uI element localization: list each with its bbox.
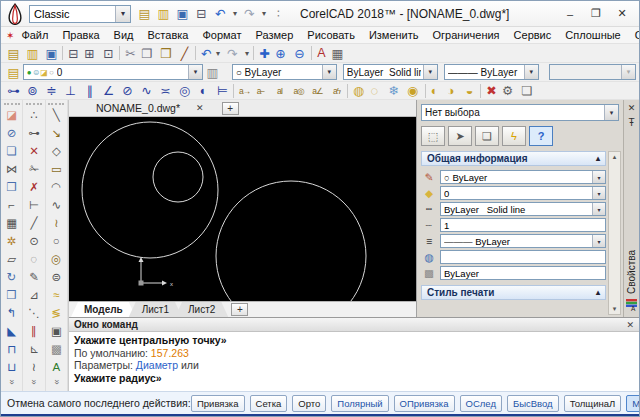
layer-select[interactable]: 0 ▾ (440, 186, 606, 200)
constraint-settings-icon[interactable]: a◎ (289, 82, 308, 100)
print-setup-icon[interactable]: ⊞ (80, 44, 99, 62)
menu-item[interactable]: Формат (195, 27, 248, 43)
concentric-constraint-icon[interactable]: ◎ (175, 82, 194, 100)
undo-icon[interactable]: ↶ (211, 5, 230, 23)
layers-manager-icon[interactable]: ▤ (4, 63, 23, 81)
menu-item[interactable]: Размер (248, 27, 300, 43)
layer-delete-icon[interactable]: ✖ (479, 82, 498, 100)
close-button[interactable]: ✕ (609, 4, 635, 24)
copy-entity-tool[interactable]: ❐ (1, 178, 22, 196)
copy-to-layer-icon[interactable]: ❏ (517, 82, 536, 100)
save-icon[interactable]: ▣ (42, 44, 61, 62)
palette-expand-icon[interactable]: » (29, 379, 39, 384)
divide-tool[interactable]: ≀ (23, 358, 44, 376)
equal-constraint-icon[interactable]: ⊨ (213, 82, 232, 100)
stretch-tool[interactable]: ❒ (1, 286, 22, 304)
hyperlink-input[interactable]: ▾ (440, 250, 606, 264)
new-drawing-icon[interactable]: ▤ (135, 5, 154, 23)
extend-tool[interactable]: ⊢ (23, 196, 44, 214)
layer-unisolate-icon[interactable]: ◑ (441, 82, 460, 100)
status-toggle[interactable]: Сетка (250, 395, 288, 412)
dropdown-arrow-icon[interactable]: ▾ (524, 65, 538, 79)
tab-noname0[interactable]: NONAME_0.dwg* ✕ (69, 100, 212, 116)
fillet-tool[interactable]: ↰ (1, 304, 22, 322)
ellipse-tool[interactable]: ⊜ (46, 268, 67, 286)
scale-tool[interactable]: ▱ (1, 250, 22, 268)
copy-icon[interactable]: ❐ (137, 44, 156, 62)
transparency-input[interactable]: ByLayer ▾ (440, 266, 606, 280)
layer-select[interactable]: ●⊜◪○ 0 ▾ (23, 64, 203, 80)
line-tool[interactable]: ╲ (46, 106, 67, 124)
menu-item[interactable]: Окно (628, 27, 640, 43)
split-tool[interactable]: ✕ (23, 142, 44, 160)
move-tool[interactable]: ❏ (1, 142, 22, 160)
dropdown-arrow-icon[interactable]: ▾ (592, 235, 605, 247)
layer-settings-icon[interactable]: ⚙ (498, 82, 517, 100)
power-trim-tool[interactable]: ✗ (23, 178, 44, 196)
dropdown-arrow-icon[interactable]: ▾ (188, 65, 202, 79)
fix-constraint-icon[interactable]: ⊶ (4, 82, 23, 100)
perpendicular-constraint-icon[interactable]: ⊥ (61, 82, 80, 100)
lineweight-select[interactable]: ——— ByLayer ▾ (444, 64, 539, 80)
menu-item[interactable]: Ограничения (426, 27, 507, 43)
new-icon[interactable]: ▤ (4, 44, 23, 62)
wave-tool[interactable]: ≈ (46, 286, 67, 304)
menu-item[interactable]: Рисовать (300, 27, 362, 43)
line-color-select[interactable]: ○ ByLayer ▾ (232, 64, 337, 80)
palette-expand-icon[interactable]: » (7, 379, 17, 384)
status-toggle[interactable]: Полярный (331, 395, 388, 412)
midpoint-constraint-icon[interactable]: ≑ (42, 82, 61, 100)
cut-icon[interactable]: ✂ (118, 44, 137, 62)
polygon-tool[interactable]: ◇ (46, 142, 67, 160)
mirror-tool[interactable]: ⋈ (1, 160, 22, 178)
pan-icon[interactable]: ✚ (252, 44, 271, 62)
zigzag-tool[interactable]: ≶ (46, 304, 67, 322)
lineweight-select[interactable]: ——— ByLayer ▾ (440, 234, 606, 248)
note-tool[interactable]: ⊿ (23, 286, 44, 304)
arc-tool[interactable]: ◠ (46, 178, 67, 196)
hatch-tool[interactable]: ▩ (46, 340, 67, 358)
scroll-down-icon[interactable]: ▾ (613, 304, 617, 314)
menu-item[interactable]: Правка (55, 27, 106, 43)
tangent-constraint-icon[interactable]: ⊘ (118, 82, 137, 100)
toolbar-options-icon[interactable]: ∶ (269, 5, 288, 23)
sheet-tab[interactable]: Лист2 (175, 302, 228, 317)
linestyle-scale-input[interactable]: 1 ▾ (440, 218, 606, 232)
arc-slot-tool[interactable]: ⊔ (1, 358, 22, 376)
angle-tool[interactable]: ⊾ (23, 340, 44, 358)
command-history[interactable]: Укажите центральную точку» По умолчанию:… (69, 332, 639, 391)
redo-icon[interactable]: ↷ (223, 44, 242, 62)
parallel-line-tool[interactable]: ∥ (23, 322, 44, 340)
point-offset-tool[interactable]: ⊶ (23, 124, 44, 142)
section-general-info[interactable]: Общая информация ▴ (421, 151, 606, 166)
trim-tool[interactable]: ✁ (23, 160, 44, 178)
offset-tool[interactable]: ⌐ (1, 196, 22, 214)
menu-item[interactable]: Сплошные (558, 27, 627, 43)
select-window-button[interactable]: ❏ (475, 126, 499, 146)
pin-panel-icon[interactable]: Ŧ (628, 117, 634, 128)
open-icon[interactable]: ▥ (23, 44, 42, 62)
smooth-constraint-icon[interactable]: ∿ (137, 82, 156, 100)
print-icon[interactable]: ⊟ (192, 5, 211, 23)
panel-scrollbar[interactable]: ▴ ▾ (608, 151, 621, 315)
sketch-tool[interactable]: ✎ (23, 268, 44, 286)
zoom-out-icon[interactable]: ⊖ (290, 44, 309, 62)
menu-item[interactable]: Сервис (507, 27, 559, 43)
rotate-tool[interactable]: ↻ (1, 268, 22, 286)
center-mark-tool[interactable]: ⊙ (23, 232, 44, 250)
image-tool[interactable]: ▣ (46, 322, 67, 340)
tangent-line-tool[interactable]: ╱ (23, 214, 44, 232)
select-matching-button[interactable]: ⬚ (421, 126, 445, 146)
status-toggle[interactable]: Орто (292, 395, 326, 412)
menu-item[interactable]: Вставка (141, 27, 196, 43)
palette-drag-handle[interactable] (26, 103, 42, 105)
palette-expand-icon[interactable]: » (51, 379, 61, 384)
auto-constrain-icon[interactable]: aϟ (327, 82, 346, 100)
properties-tab-label[interactable]: Свойства (626, 250, 637, 294)
construction-circle-tool[interactable]: ◌ (23, 250, 44, 268)
undo-dropdown-icon[interactable]: ▾ (230, 5, 240, 23)
layer-on-icon[interactable]: ◍ (346, 82, 365, 100)
redo-icon[interactable]: ↷ (240, 5, 259, 23)
save-icon[interactable]: ▣ (173, 5, 192, 23)
delete-tool[interactable]: ◪ (1, 106, 22, 124)
